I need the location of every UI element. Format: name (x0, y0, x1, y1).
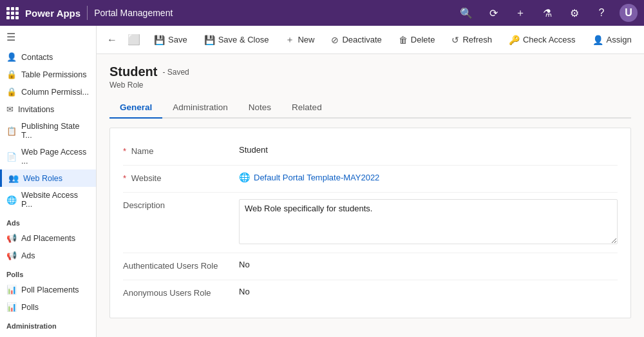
website-required-indicator: * (123, 173, 126, 183)
save-icon: 💾 (154, 35, 165, 45)
sidebar-item-website-access[interactable]: 🌐 Website Access P... (0, 187, 96, 213)
share-page-button[interactable]: ⬜ (124, 31, 144, 48)
sidebar-item-column-permissions[interactable]: 🔒 Column Permissi... (0, 83, 96, 101)
nav-icons: 🔍 ⟳ ＋ ⚗ ⚙ ? U (457, 4, 638, 22)
save-label: Save (168, 35, 187, 44)
web-roles-icon: 👥 (8, 173, 19, 183)
section-label-administration: Administration (0, 316, 96, 332)
form-row-authenticated-users: Authenticated Users Role No (123, 253, 618, 280)
sidebar-item-web-roles[interactable]: 👥 Web Roles (0, 169, 96, 187)
name-required-indicator: * (123, 146, 126, 156)
delete-icon: 🗑 (399, 35, 408, 45)
app-name: Power Apps (25, 8, 80, 19)
waffle-menu[interactable] (6, 7, 19, 19)
authenticated-users-value[interactable]: No (239, 260, 618, 269)
record-name: Student (109, 64, 157, 79)
anonymous-users-value[interactable]: No (239, 287, 618, 296)
sidebar-item-web-page-access-label: Web Page Access ... (21, 148, 90, 166)
tab-related[interactable]: Related (281, 97, 332, 119)
new-icon: ＋ (285, 34, 294, 46)
tab-administration[interactable]: Administration (162, 97, 238, 119)
website-value[interactable]: 🌐 Default Portal Template-MAY2022 (239, 172, 618, 182)
sidebar-item-poll-placements[interactable]: 📊 Poll Placements (0, 281, 96, 298)
sidebar-item-web-page-access[interactable]: 📄 Web Page Access ... (0, 144, 96, 169)
nav-divider (87, 6, 88, 20)
delete-button[interactable]: 🗑 Delete (392, 31, 442, 49)
record-type: Web Role (109, 81, 631, 90)
form-row-website: * Website 🌐 Default Portal Template-MAY2… (123, 166, 618, 193)
top-navbar: Power Apps Portal Management 🔍 ⟳ ＋ ⚗ ⚙ ?… (0, 0, 644, 26)
sidebar-item-contacts[interactable]: 👤 Contacts (0, 48, 96, 66)
sidebar-item-ads-label: Ads (21, 251, 35, 260)
sidebar-item-invitations[interactable]: ✉ Invitations (0, 101, 96, 118)
sidebar-item-table-permissions-label: Table Permissions (21, 70, 86, 79)
search-icon[interactable]: 🔍 (457, 4, 475, 22)
refresh-icon: ↺ (451, 35, 459, 45)
description-value: Web Role specifically for students. (239, 199, 618, 246)
sidebar-item-web-roles-label: Web Roles (23, 174, 62, 183)
portal-title: Portal Management (94, 8, 173, 18)
sidebar-item-publishing-state[interactable]: 📋 Publishing State T... (0, 118, 96, 144)
globe-icon: 🌐 (239, 172, 250, 182)
help-icon[interactable]: ? (592, 4, 611, 22)
deactivate-button[interactable]: ⊘ Deactivate (324, 31, 388, 49)
name-value[interactable]: Student (239, 145, 618, 155)
form-tabs: General Administration Notes Related (109, 97, 631, 119)
refresh-circle-icon[interactable]: ⟳ (484, 4, 502, 22)
publishing-state-icon: 📋 (6, 126, 17, 136)
section-label-polls: Polls (0, 264, 96, 281)
save-button[interactable]: 💾 Save (147, 31, 194, 49)
sidebar-item-ad-placements-label: Ad Placements (21, 234, 75, 243)
new-button[interactable]: ＋ New (278, 30, 321, 50)
refresh-button[interactable]: ↺ Refresh (444, 31, 499, 49)
sidebar-item-website-access-label: Website Access P... (21, 191, 90, 209)
sidebar-item-ad-placements[interactable]: 📢 Ad Placements (0, 229, 96, 247)
form-row-description: Description Web Role specifically for st… (123, 193, 618, 253)
check-access-button[interactable]: 🔑 Check Access (502, 31, 583, 49)
sidebar-item-table-permissions[interactable]: 🔒 Table Permissions (0, 66, 96, 83)
record-header: Student - Saved Web Role (109, 64, 631, 90)
tab-notes[interactable]: Notes (238, 97, 281, 119)
tab-general[interactable]: General (109, 97, 162, 119)
app-layout: ☰ 👤 Contacts 🔒 Table Permissions 🔒 Colum… (0, 26, 644, 337)
poll-placements-icon: 📊 (6, 285, 17, 294)
add-icon[interactable]: ＋ (511, 4, 529, 22)
website-access-icon: 🌐 (6, 195, 17, 205)
content-area: Student - Saved Web Role General Adminis… (97, 54, 644, 337)
back-button[interactable]: ← (103, 32, 121, 48)
form-card: * Name Student * Website 🌐 Default Porta… (109, 128, 631, 318)
sidebar-item-publishing-state-label: Publishing State T... (21, 122, 90, 140)
deactivate-icon: ⊘ (331, 35, 339, 45)
form-row-name: * Name Student (123, 139, 618, 166)
table-permissions-icon: 🔒 (6, 70, 17, 79)
ad-placements-icon: 📢 (6, 233, 17, 243)
sidebar-item-poll-placements-label: Poll Placements (21, 285, 79, 294)
description-textarea[interactable]: Web Role specifically for students. (239, 199, 618, 244)
save-close-button[interactable]: 💾 Save & Close (197, 31, 276, 49)
filter-icon[interactable]: ⚗ (538, 4, 556, 22)
invitations-icon: ✉ (6, 104, 14, 114)
description-label: Description (123, 199, 239, 210)
check-access-label: Check Access (523, 35, 576, 44)
sidebar-item-ads[interactable]: 📢 Ads (0, 247, 96, 264)
delete-label: Delete (411, 35, 435, 44)
web-page-access-icon: 📄 (6, 152, 17, 162)
column-permissions-icon: 🔒 (6, 87, 17, 97)
check-access-icon: 🔑 (509, 35, 520, 45)
assign-button[interactable]: 👤 Assign (585, 31, 639, 49)
record-title-row: Student - Saved (109, 64, 631, 79)
sidebar: ☰ 👤 Contacts 🔒 Table Permissions 🔒 Colum… (0, 26, 97, 337)
save-close-label: Save & Close (218, 35, 269, 44)
authenticated-users-label: Authenticated Users Role (123, 260, 239, 271)
sidebar-item-polls[interactable]: 📊 Polls (0, 298, 96, 316)
section-label-ads: Ads (0, 213, 96, 229)
share-button[interactable]: ↗ Share (641, 31, 644, 49)
user-avatar[interactable]: U (620, 4, 638, 22)
new-label: New (298, 35, 314, 44)
sidebar-collapse-button[interactable]: ☰ (0, 26, 96, 48)
record-saved-badge: - Saved (162, 68, 189, 77)
assign-label: Assign (607, 35, 632, 44)
refresh-label: Refresh (462, 35, 492, 44)
settings-icon[interactable]: ⚙ (565, 4, 583, 22)
form-row-anonymous-users: Anonymous Users Role No (123, 280, 618, 307)
